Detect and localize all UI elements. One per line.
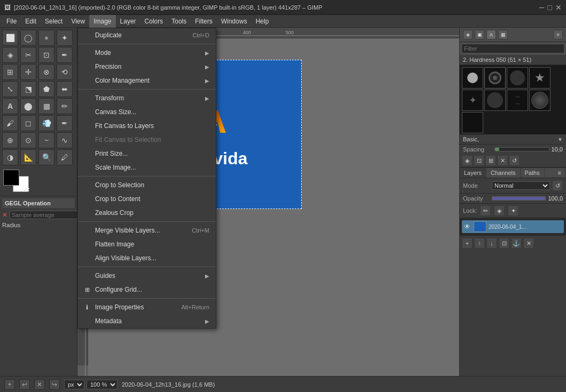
panel-expand-icon[interactable]: ▼ (557, 137, 563, 142)
layers-menu-btn[interactable]: ≡ (554, 168, 566, 178)
reset-mode-btn[interactable]: ↺ (552, 180, 563, 191)
menu-edit[interactable]: Edit (21, 15, 41, 28)
menu-filters[interactable]: Filters (191, 15, 217, 28)
opacity-slider[interactable] (492, 196, 546, 201)
tool-ellipse-select[interactable]: ◯ (20, 30, 36, 46)
status-btn-2[interactable]: ↩ (19, 379, 30, 390)
tool-dodge-burn[interactable]: ◑ (2, 149, 18, 165)
brush-dynamics-icon[interactable]: ◈ (463, 30, 473, 39)
tool-zoom[interactable]: 🔍 (38, 149, 54, 165)
tool-measure[interactable]: 📐 (20, 149, 36, 165)
tab-channels[interactable]: Channels (486, 168, 520, 178)
lower-layer-btn[interactable]: ↓ (486, 238, 497, 249)
menu-item-align-layers[interactable]: Align Visible Layers... (78, 251, 216, 265)
delete-btn[interactable]: ✕ (497, 155, 508, 166)
tool-text[interactable]: A (2, 98, 18, 114)
lock-pixels-btn[interactable]: ✏ (480, 205, 491, 216)
raise-layer-btn[interactable]: ↑ (474, 238, 485, 249)
tool-pencil[interactable]: ✏ (57, 98, 73, 114)
maximize-button[interactable]: □ (548, 3, 552, 12)
unit-select[interactable]: px (64, 380, 84, 389)
tool-airbrush[interactable]: 💨 (38, 115, 54, 131)
menu-item-flatten[interactable]: Flatten Image (78, 237, 216, 251)
tool-scale[interactable]: ⤡ (2, 81, 18, 97)
menu-item-print-size[interactable]: Print Size... (78, 147, 216, 161)
paste-btn[interactable]: ⊞ (485, 155, 496, 166)
zoom-select[interactable]: 100 % (87, 380, 117, 389)
tool-crop[interactable]: ⊗ (38, 64, 54, 80)
tool-perspective[interactable]: ⬟ (38, 81, 54, 97)
status-btn-4[interactable]: ↪ (49, 379, 60, 390)
brush-icon[interactable]: A (486, 30, 496, 39)
spacing-slider[interactable] (494, 147, 549, 151)
status-btn-3[interactable]: ✕ (34, 379, 45, 390)
minimize-button[interactable]: ─ (539, 3, 545, 12)
delete-layer-btn[interactable]: ✕ (523, 238, 534, 249)
tool-free-select[interactable]: ⌖ (38, 30, 54, 46)
tool-clone[interactable]: ⊙ (20, 132, 36, 148)
menu-item-canvas-size[interactable]: Canvas Size... (78, 105, 216, 119)
lock-position-btn[interactable]: ✦ (508, 205, 518, 216)
tool-smudge[interactable]: ∿ (57, 132, 73, 148)
brush-sample-2[interactable] (484, 67, 506, 89)
gegl-input[interactable] (10, 211, 88, 219)
menu-item-crop-selection[interactable]: Crop to Selection (78, 178, 216, 192)
menu-view[interactable]: View (67, 15, 89, 28)
new-layer-btn[interactable]: + (462, 238, 473, 249)
tool-convolve[interactable]: ~ (38, 132, 54, 148)
menu-item-precision[interactable]: Precision ▶ (78, 60, 216, 74)
brush-sample-8[interactable] (529, 90, 551, 111)
brush-sample-7[interactable]: ······ (507, 90, 528, 111)
brush-sample-3[interactable] (507, 67, 528, 89)
anchor-layer-btn[interactable]: ⚓ (511, 238, 522, 249)
tool-eraser[interactable]: ◻ (20, 115, 36, 131)
tool-fuzzy-select[interactable]: ✦ (57, 30, 73, 46)
menu-item-color-mgmt[interactable]: Color Management ▶ (78, 74, 216, 87)
brush-sample-5[interactable]: ✦ (462, 90, 483, 111)
layer-row[interactable]: 👁 2020-06-04_1... (462, 220, 564, 233)
copy-btn[interactable]: ⊡ (474, 155, 484, 166)
tool-move[interactable]: ✛ (20, 64, 36, 80)
tab-paths[interactable]: Paths (521, 168, 545, 178)
menu-item-merge-visible[interactable]: Merge Visible Layers... Ctrl+M (78, 223, 216, 237)
tool-foreground-select[interactable]: ⊡ (38, 47, 54, 63)
menu-item-metadata[interactable]: Metadata ▶ (78, 314, 216, 328)
menu-colors[interactable]: Colors (140, 15, 168, 28)
menu-item-mode[interactable]: Mode ▶ (78, 46, 216, 60)
brush-filter-input[interactable] (461, 44, 564, 53)
menu-item-guides[interactable]: Guides ▶ (78, 269, 216, 283)
tool-paintbrush[interactable]: 🖌 (2, 115, 18, 131)
tool-rotate[interactable]: ⟲ (57, 64, 73, 80)
tool-scissors[interactable]: ✂ (20, 47, 36, 63)
tool-shear[interactable]: ⬔ (20, 81, 36, 97)
menu-select[interactable]: Select (41, 15, 67, 28)
menu-image[interactable]: Image (89, 15, 115, 28)
menu-item-zealous-crop[interactable]: Zealous Crop (78, 206, 216, 220)
menu-file[interactable]: File (2, 15, 21, 28)
brush-sample-9[interactable] (462, 112, 483, 133)
refresh-btn[interactable]: ↺ (509, 155, 520, 166)
menu-help[interactable]: Help (251, 15, 273, 28)
tool-bucket-fill[interactable]: ⬤ (20, 98, 36, 114)
menu-item-image-properties[interactable]: ℹ Image Properties Alt+Return (78, 300, 216, 314)
menu-windows[interactable]: Windows (217, 15, 251, 28)
tool-color-picker[interactable]: 🖊 (57, 149, 73, 165)
tool-paths[interactable]: ✒ (57, 47, 73, 63)
menu-item-fit-canvas-layers[interactable]: Fit Canvas to Layers (78, 119, 216, 133)
lock-alpha-btn[interactable]: ◈ (494, 205, 505, 216)
status-btn-1[interactable]: + (4, 379, 15, 390)
menu-tools[interactable]: Tools (167, 15, 191, 28)
brush-sample-1[interactable] (462, 67, 483, 89)
tool-align[interactable]: ⊞ (2, 64, 18, 80)
mode-select[interactable]: Normal (492, 181, 550, 190)
tab-layers[interactable]: Layers (460, 168, 486, 178)
close-button[interactable]: ✕ (555, 3, 562, 12)
menu-item-crop-content[interactable]: Crop to Content (78, 192, 216, 206)
gradient-icon[interactable]: ▦ (498, 30, 508, 39)
tool-ink[interactable]: ✒ (57, 115, 73, 131)
brush-sample-4[interactable]: ★ (529, 67, 551, 89)
paint-dynamics-btn[interactable]: ◈ (462, 155, 473, 166)
brush-patterns-icon[interactable]: ▣ (475, 30, 484, 39)
menu-item-transform[interactable]: Transform ▶ (78, 91, 216, 105)
panel-menu-icon[interactable]: ≡ (553, 30, 563, 39)
